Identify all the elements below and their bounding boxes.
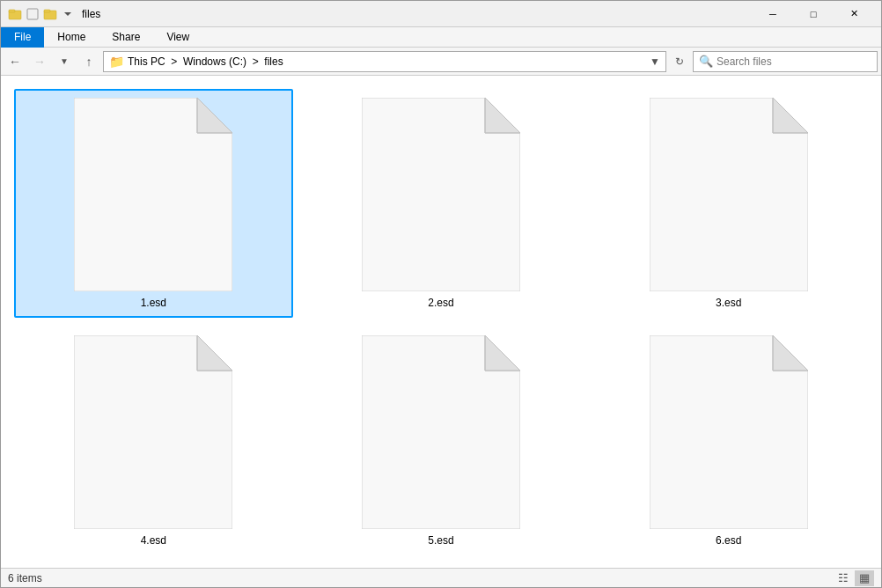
svg-marker-7 <box>197 98 232 133</box>
back-button[interactable]: ← <box>4 51 26 72</box>
file-label-1: 1.esd <box>141 297 166 309</box>
file-label-5: 5.esd <box>428 534 453 547</box>
refresh-button[interactable]: ↻ <box>670 52 689 71</box>
address-path: This PC > Windows (C:) > files <box>128 55 646 68</box>
svg-rect-1 <box>9 10 15 12</box>
search-bar[interactable]: 🔍 <box>693 51 878 72</box>
minimize-button[interactable]: ─ <box>753 1 793 27</box>
tab-share[interactable]: Share <box>99 27 153 48</box>
file-icon-4 <box>74 335 232 529</box>
search-icon: 🔍 <box>699 55 713 68</box>
tab-home[interactable]: Home <box>44 27 99 48</box>
file-label-2: 2.esd <box>428 297 453 309</box>
address-bar-area: ← → ▼ ↑ 📁 This PC > Windows (C:) > files… <box>1 48 881 76</box>
tab-view[interactable]: View <box>153 27 202 48</box>
title-bar-quick-access <box>8 7 75 21</box>
file-icon-6 <box>650 335 808 529</box>
file-icon-3 <box>650 98 808 291</box>
file-item-2[interactable]: 2.esd <box>302 89 581 318</box>
file-item-3[interactable]: 3.esd <box>589 89 868 318</box>
folder-icon: 📁 <box>109 55 124 69</box>
file-icon-2 <box>362 98 520 291</box>
file-item-5[interactable]: 5.esd <box>302 327 581 555</box>
status-bar: 6 items ☷ ▦ <box>1 568 881 587</box>
svg-marker-15 <box>773 98 808 133</box>
file-icon-1 <box>74 98 232 291</box>
up-button[interactable]: ↑ <box>78 51 99 72</box>
forward-button[interactable]: → <box>29 51 50 72</box>
quick-access-icon-3[interactable] <box>43 7 57 21</box>
quick-access-dropdown[interactable] <box>61 7 75 21</box>
svg-marker-23 <box>485 335 520 371</box>
svg-rect-2 <box>27 9 38 19</box>
details-view-button[interactable]: ☷ <box>834 570 853 586</box>
address-bar[interactable]: 📁 This PC > Windows (C:) > files ▼ <box>103 51 666 72</box>
file-grid: 1.esd 2.esd 3.es <box>10 85 872 560</box>
close-button[interactable]: ✕ <box>834 1 874 27</box>
large-icons-view-button[interactable]: ▦ <box>855 570 874 586</box>
main-area: 1.esd 2.esd 3.es <box>1 76 881 568</box>
ribbon-tabs: File Home Share View <box>1 27 881 47</box>
file-label-4: 4.esd <box>141 534 166 547</box>
item-count: 6 items <box>8 572 42 584</box>
window-controls: ─ □ ✕ <box>753 1 874 27</box>
file-label-6: 6.esd <box>716 534 741 547</box>
window-title: files <box>82 8 753 20</box>
svg-rect-4 <box>44 10 50 12</box>
search-input[interactable] <box>717 55 871 68</box>
recent-locations-button[interactable]: ▼ <box>54 51 75 72</box>
svg-marker-27 <box>773 335 808 371</box>
view-toggle-buttons: ☷ ▦ <box>834 570 874 586</box>
svg-marker-11 <box>485 98 520 133</box>
svg-marker-5 <box>64 12 71 16</box>
ribbon: File Home Share View <box>1 27 881 48</box>
content-area: 1.esd 2.esd 3.es <box>1 76 881 568</box>
title-bar: files ─ □ ✕ <box>1 1 881 27</box>
tab-file[interactable]: File <box>1 27 44 48</box>
file-label-3: 3.esd <box>716 297 741 309</box>
address-dropdown-button[interactable]: ▼ <box>650 55 660 68</box>
quick-access-icon-2[interactable] <box>26 7 40 21</box>
file-item-6[interactable]: 6.esd <box>589 327 868 555</box>
svg-marker-19 <box>197 335 232 371</box>
file-icon-5 <box>362 335 520 529</box>
file-item-4[interactable]: 4.esd <box>14 327 293 555</box>
quick-access-icon-1[interactable] <box>8 7 22 21</box>
maximize-button[interactable]: □ <box>793 1 834 27</box>
file-item-1[interactable]: 1.esd <box>14 89 293 318</box>
